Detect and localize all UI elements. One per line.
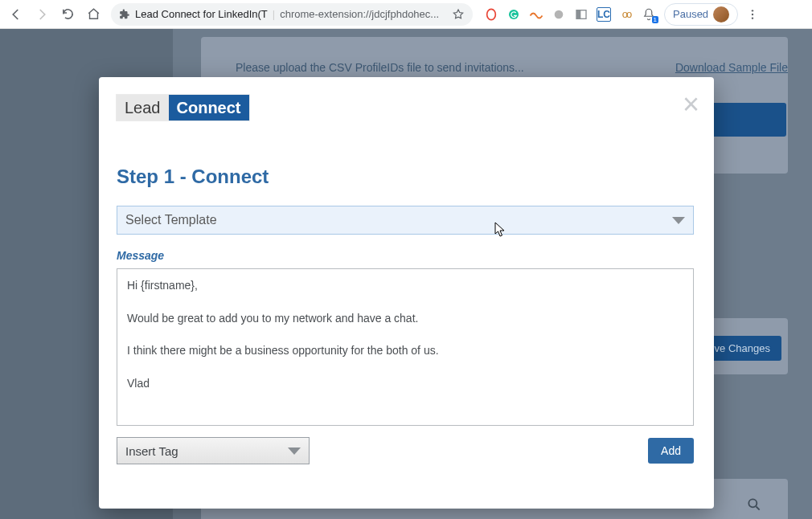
avatar [713, 6, 729, 22]
message-textarea[interactable]: Hi {firstname}, Would be great to add yo… [117, 268, 694, 426]
svg-point-2 [555, 10, 564, 18]
leadconnect-logo: Lead Connect [117, 95, 249, 121]
panel-ext-icon[interactable] [574, 7, 588, 22]
svg-point-5 [752, 10, 753, 11]
grammarly-ext-icon[interactable] [506, 7, 521, 22]
close-icon[interactable]: × [683, 90, 699, 119]
connect-modal: Lead Connect × Step 1 - Connect Select T… [99, 77, 714, 509]
address-bar[interactable]: Lead Connect for LinkedIn(T | chrome-ext… [111, 3, 473, 26]
profile-status-label: Paused [673, 8, 708, 20]
loop-ext-icon[interactable]: oo [619, 7, 634, 22]
svg-point-7 [752, 17, 753, 18]
modal-overlay: Lead Connect × Step 1 - Connect Select T… [0, 29, 812, 519]
opera-ext-icon[interactable] [484, 7, 498, 22]
lc-ext-icon[interactable]: LC [597, 7, 611, 22]
svg-rect-4 [576, 10, 580, 18]
step-title: Step 1 - Connect [117, 166, 696, 188]
star-icon[interactable] [452, 8, 465, 21]
svg-point-6 [752, 13, 753, 14]
bell-ext-icon[interactable]: 1 [642, 7, 656, 22]
browser-toolbar: Lead Connect for LinkedIn(T | chrome-ext… [0, 0, 812, 29]
tab-title: Lead Connect for LinkedIn(T [135, 8, 268, 20]
url-text: chrome-extension://jdcjfphdohec... [280, 8, 447, 20]
home-button[interactable] [82, 3, 105, 26]
wave-ext-icon[interactable] [529, 7, 543, 22]
forward-button[interactable] [31, 3, 53, 26]
reload-button[interactable] [56, 3, 79, 26]
notif-badge: 1 [652, 16, 658, 23]
insert-tag-label: Insert Tag [125, 444, 178, 458]
extensions-bar: LC oo 1 [479, 7, 661, 22]
insert-tag-select[interactable]: Insert Tag [117, 437, 310, 464]
circle-ext-icon[interactable] [552, 7, 566, 22]
chevron-down-icon [672, 217, 685, 224]
logo-lead: Lead [117, 95, 169, 121]
profile-pill[interactable]: Paused [664, 3, 738, 26]
chevron-down-icon [288, 447, 301, 455]
kebab-menu[interactable] [741, 3, 764, 26]
add-button[interactable]: Add [648, 438, 694, 464]
modal-bottom-row: Insert Tag Add [117, 437, 694, 464]
template-select-label: Select Template [125, 213, 217, 227]
extension-icon [119, 9, 130, 20]
template-select[interactable]: Select Template [117, 206, 694, 235]
svg-point-0 [487, 9, 496, 19]
message-label: Message [117, 249, 696, 262]
mouse-cursor [494, 222, 507, 238]
back-button[interactable] [5, 3, 27, 26]
logo-connect: Connect [169, 95, 249, 121]
